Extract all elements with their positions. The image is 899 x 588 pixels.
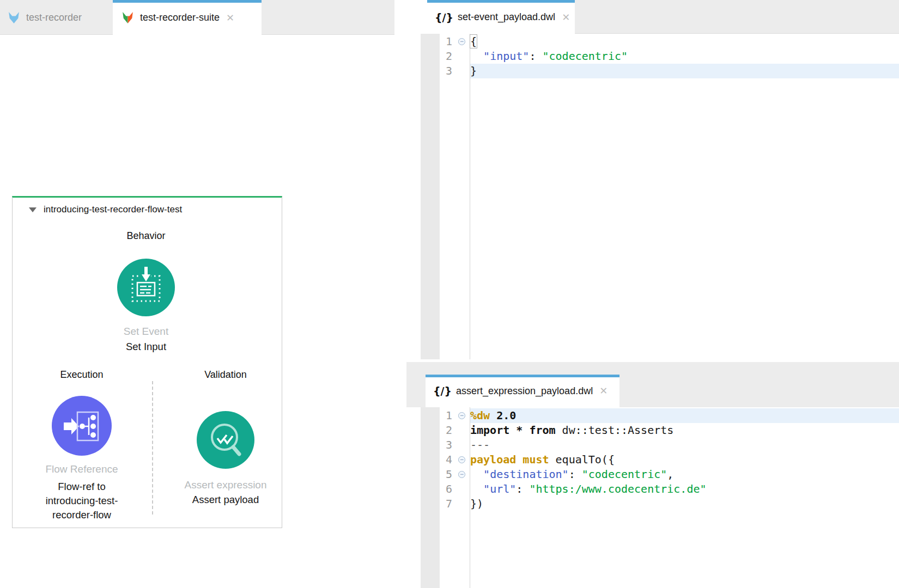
flow-reference-name-line2: introducing-test-: [19, 495, 144, 507]
editor-tabstrip: [575, 0, 899, 34]
flow-reference-icon: [52, 396, 112, 456]
flow-container[interactable]: introducing-test-recorder-flow-test Beha…: [12, 196, 282, 528]
line-number: 3: [406, 64, 452, 78]
code-text: {: [470, 34, 899, 49]
flow-title-row[interactable]: introducing-test-recorder-flow-test: [29, 204, 182, 215]
anypoint-studio-window: test-recorder test-recorder-suite ✕ intr…: [0, 0, 899, 588]
fold-collapse-icon[interactable]: −: [458, 471, 465, 478]
tab-label: set-event_payload.dwl: [458, 11, 555, 23]
tab-label: assert_expression_payload.dwl: [456, 385, 593, 397]
set-event-node[interactable]: [117, 259, 175, 316]
code-line[interactable]: 1−{: [406, 34, 899, 49]
flow-title: introducing-test-recorder-flow-test: [44, 204, 182, 215]
tab-test-recorder-suite[interactable]: test-recorder-suite ✕: [113, 0, 262, 35]
gutter-ruler: [470, 34, 470, 359]
lane-divider: [152, 381, 153, 514]
line-number: 2: [406, 49, 452, 64]
section-validation: Validation: [166, 369, 286, 381]
dataweave-file-icon: {/}: [435, 11, 453, 23]
code-line[interactable]: 3}: [406, 64, 899, 78]
set-event-type-label: Set Event: [83, 326, 209, 338]
annotation-gutter: [421, 34, 440, 359]
dataweave-file-icon: {/}: [433, 385, 452, 397]
tab-label: test-recorder-suite: [140, 12, 220, 23]
section-behavior: Behavior: [86, 230, 206, 242]
assert-expression-icon: [197, 411, 254, 469]
code-text: }): [470, 497, 899, 511]
line-number: 5: [406, 467, 452, 482]
fold-collapse-icon[interactable]: −: [458, 412, 465, 419]
set-event-icon: [117, 259, 175, 316]
tab-test-recorder[interactable]: test-recorder: [0, 0, 113, 35]
code-text: payload must equalTo({: [470, 452, 899, 467]
close-icon[interactable]: ✕: [562, 11, 570, 23]
tab-label: test-recorder: [26, 12, 82, 23]
line-number: 7: [406, 497, 452, 511]
assert-expression-node[interactable]: [197, 411, 254, 469]
close-icon[interactable]: ✕: [226, 12, 234, 24]
set-event-name: Set Input: [83, 341, 209, 353]
mule-flow-icon: [7, 11, 21, 24]
code-line[interactable]: 1−%dw 2.0: [406, 408, 899, 423]
code-line[interactable]: 2 "input": "codecentric": [406, 49, 899, 64]
tab-set-event-payload[interactable]: {/} set-event_payload.dwl ✕: [427, 0, 575, 34]
code-line[interactable]: 7}): [406, 497, 899, 511]
close-icon[interactable]: ✕: [599, 385, 608, 397]
assert-expression-name: Assert payload: [163, 494, 288, 506]
code-line[interactable]: 6 "url": "https:/www.codecentric.de": [406, 482, 899, 497]
assert-expression-type-label: Assert expression: [163, 479, 288, 491]
line-number: 3: [406, 438, 452, 452]
code-line[interactable]: 5− "destination": "codecentric",: [406, 467, 899, 482]
code-text: %dw 2.0: [470, 408, 899, 423]
code-text: "destination": "codecentric",: [470, 467, 899, 482]
code-area[interactable]: 1−%dw 2.02import * from dw::test::Assert…: [406, 408, 899, 511]
line-number: 1: [406, 34, 452, 49]
code-text: ---: [470, 438, 899, 452]
code-text: "url": "https:/www.codecentric.de": [470, 482, 899, 497]
editor-pane-assert-expression: {/} assert_expression_payload.dwl ✕ 1−%d…: [406, 359, 899, 588]
fold-collapse-icon[interactable]: −: [458, 456, 465, 463]
fold-collapse-icon[interactable]: −: [458, 38, 465, 45]
flow-reference-type-label: Flow Reference: [19, 463, 144, 475]
mule-suite-icon: [120, 11, 135, 24]
collapse-triangle-icon[interactable]: [29, 207, 37, 212]
line-number: 1: [406, 408, 452, 423]
code-line[interactable]: 2import * from dw::test::Asserts: [406, 423, 899, 438]
flow-reference-name-line3: recorder-flow: [19, 509, 144, 521]
line-number: 2: [406, 423, 452, 438]
editor-pane-set-event: {/} set-event_payload.dwl ✕ 1−{2 "input"…: [406, 0, 899, 359]
code-text: }: [470, 64, 899, 78]
line-number: 6: [406, 482, 452, 497]
flow-reference-node[interactable]: [52, 396, 112, 456]
code-area[interactable]: 1−{2 "input": "codecentric"3}: [406, 34, 899, 78]
tab-assert-expression-payload[interactable]: {/} assert_expression_payload.dwl ✕: [426, 375, 619, 407]
code-line[interactable]: 3---: [406, 438, 899, 452]
code-text: "input": "codecentric": [470, 49, 899, 64]
code-text: import * from dw::test::Asserts: [470, 423, 899, 438]
flow-reference-name-line1: Flow-ref to: [19, 481, 144, 493]
section-execution: Execution: [22, 369, 142, 381]
line-number: 4: [406, 452, 452, 467]
code-line[interactable]: 4−payload must equalTo({: [406, 452, 899, 467]
